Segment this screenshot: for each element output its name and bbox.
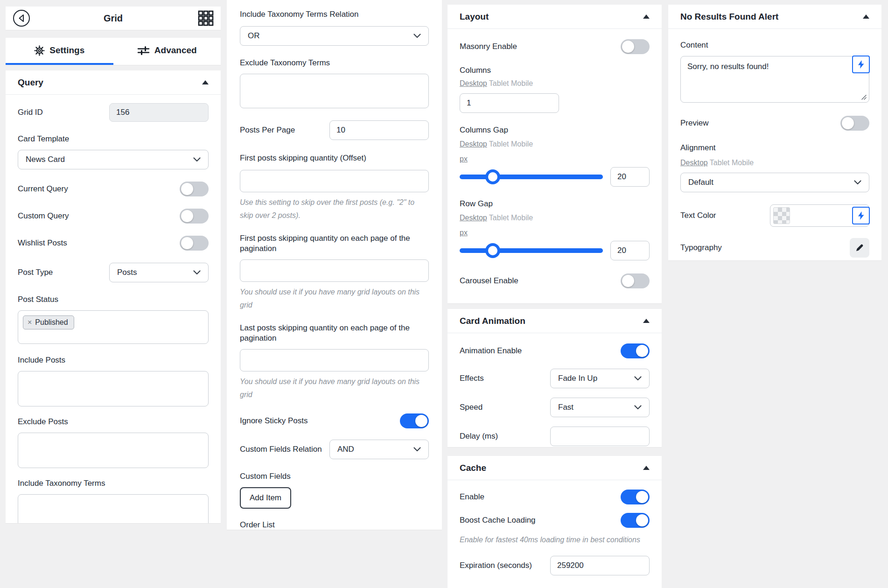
resize-handle-icon[interactable]	[860, 94, 867, 100]
slider-thumb[interactable]	[485, 169, 500, 184]
alignment-select[interactable]: Default	[680, 173, 869, 192]
effects-select[interactable]: Fade In Up	[550, 369, 650, 388]
remove-tag-icon[interactable]: ×	[28, 318, 32, 327]
back-button[interactable]	[13, 9, 30, 27]
offset-label: First posts skipping quantity (Offset)	[240, 153, 429, 163]
chevron-down-icon	[193, 270, 201, 275]
toggle-knob	[622, 41, 634, 53]
ignore-sticky-label: Ignore Sticky Posts	[240, 416, 308, 426]
boost-cache-toggle[interactable]	[621, 513, 650, 528]
current-query-toggle[interactable]	[180, 182, 209, 196]
collapse-caret-icon[interactable]	[643, 14, 650, 19]
first-skip-input[interactable]	[240, 259, 429, 282]
cache-enable-row: Enable	[460, 490, 650, 504]
device-desktop-link[interactable]: Desktop	[460, 140, 487, 148]
device-tablet-link[interactable]: Tablet	[710, 159, 730, 167]
collapse-caret-icon[interactable]	[202, 80, 209, 84]
columns-input[interactable]	[460, 93, 559, 113]
device-desktop-link[interactable]: Desktop	[460, 214, 487, 222]
device-desktop-link[interactable]: Desktop	[460, 79, 487, 87]
device-mobile-link[interactable]: Mobile	[732, 159, 754, 167]
row-gap-unit-px[interactable]: px	[460, 229, 468, 237]
expiration-row: Expiration (seconds)	[460, 556, 650, 575]
wishlist-posts-label: Wishlist Posts	[18, 238, 67, 248]
device-mobile-link[interactable]: Mobile	[511, 214, 533, 222]
custom-fields-relation-value: AND	[337, 445, 354, 454]
card-animation-section-header[interactable]: Card Animation	[447, 309, 662, 333]
delay-input[interactable]	[550, 427, 650, 446]
carousel-enable-toggle[interactable]	[621, 273, 650, 288]
device-tablet-link[interactable]: Tablet	[489, 140, 509, 148]
exclude-taxonomy-terms-label: Exclude Taxonomy Terms	[240, 58, 429, 68]
carousel-enable-label: Carousel Enable	[460, 276, 518, 286]
columns-gap-slider[interactable]	[460, 167, 603, 187]
columns-gap-unit-px[interactable]: px	[460, 155, 468, 163]
include-taxonomy-terms-field[interactable]	[18, 494, 209, 523]
preview-toggle[interactable]	[840, 116, 869, 131]
dynamic-content-button[interactable]	[852, 56, 870, 73]
tab-settings[interactable]: Settings	[6, 38, 113, 65]
cache-enable-toggle[interactable]	[621, 490, 650, 504]
device-desktop-link[interactable]: Desktop	[680, 159, 708, 167]
row-gap-label: Row Gap	[460, 199, 650, 209]
posts-per-page-input[interactable]	[329, 120, 429, 140]
toggle-knob	[415, 415, 427, 427]
speed-select[interactable]: Fast	[550, 398, 650, 417]
exclude-posts-field[interactable]	[18, 433, 209, 468]
typography-edit-button[interactable]	[850, 238, 869, 258]
text-color-picker[interactable]	[770, 204, 869, 227]
collapse-caret-icon[interactable]	[863, 14, 869, 19]
layout-section: Layout Masonry Enable Columns Desktop Ta…	[447, 5, 662, 303]
masonry-enable-toggle[interactable]	[621, 39, 650, 54]
tab-advanced[interactable]: Advanced	[113, 38, 221, 65]
collapse-caret-icon[interactable]	[643, 319, 650, 323]
custom-fields-relation-label: Custom Fields Relation	[240, 444, 322, 455]
current-query-label: Current Query	[18, 184, 68, 194]
column-layout: Layout Masonry Enable Columns Desktop Ta…	[447, 0, 662, 588]
device-tablet-link[interactable]: Tablet	[489, 214, 509, 222]
dynamic-color-button[interactable]	[852, 207, 870, 224]
exclude-taxonomy-terms-field[interactable]	[240, 74, 429, 108]
grid-header-bar: Grid	[6, 7, 221, 30]
row-gap-input[interactable]	[610, 241, 650, 260]
offset-input[interactable]	[240, 170, 429, 192]
include-posts-field[interactable]	[18, 371, 209, 406]
custom-fields-add-item-button[interactable]: Add Item	[240, 487, 291, 509]
effects-value: Fade In Up	[558, 374, 597, 383]
collapse-caret-icon[interactable]	[643, 466, 650, 470]
posts-per-page-label: Posts Per Page	[240, 125, 295, 135]
row-gap-slider[interactable]	[460, 241, 603, 260]
columns-gap-input[interactable]	[610, 167, 650, 187]
custom-fields-relation-select[interactable]: AND	[329, 440, 429, 459]
post-type-select[interactable]: Posts	[109, 263, 209, 282]
transparent-color-swatch[interactable]	[773, 207, 790, 224]
preview-label: Preview	[680, 118, 708, 128]
post-status-field[interactable]: × Published	[18, 310, 209, 344]
slider-thumb[interactable]	[485, 243, 500, 258]
grid-library-button[interactable]	[198, 10, 214, 26]
layout-section-header[interactable]: Layout	[447, 5, 662, 29]
query-section: Query Grid ID Card Template News Card Cu…	[6, 70, 221, 523]
columns-label: Columns	[460, 65, 650, 76]
expiration-input[interactable]	[550, 556, 650, 575]
animation-enable-toggle[interactable]	[621, 343, 650, 358]
ignore-sticky-toggle[interactable]	[400, 413, 429, 428]
chevron-down-icon	[634, 376, 642, 381]
toggle-knob	[181, 237, 193, 249]
wishlist-posts-toggle[interactable]	[180, 236, 209, 251]
animation-enable-label: Animation Enable	[460, 346, 522, 356]
no-results-section-header[interactable]: No Results Found Alert	[668, 5, 881, 29]
device-mobile-link[interactable]: Mobile	[511, 79, 533, 87]
taxonomy-relation-select[interactable]: OR	[240, 26, 429, 46]
content-field[interactable]: Sorry, no results found!	[680, 56, 869, 103]
query-section-header[interactable]: Query	[6, 70, 221, 95]
include-taxonomy-terms-label: Include Taxonomy Terms	[18, 478, 209, 489]
cache-section-header[interactable]: Cache	[447, 456, 662, 480]
last-skip-input[interactable]	[240, 349, 429, 371]
card-template-select[interactable]: News Card	[18, 150, 209, 169]
cache-section-title: Cache	[460, 463, 486, 473]
device-mobile-link[interactable]: Mobile	[511, 140, 533, 148]
device-tablet-link[interactable]: Tablet	[489, 79, 509, 87]
post-type-value: Posts	[117, 268, 137, 277]
custom-query-toggle[interactable]	[180, 209, 209, 224]
